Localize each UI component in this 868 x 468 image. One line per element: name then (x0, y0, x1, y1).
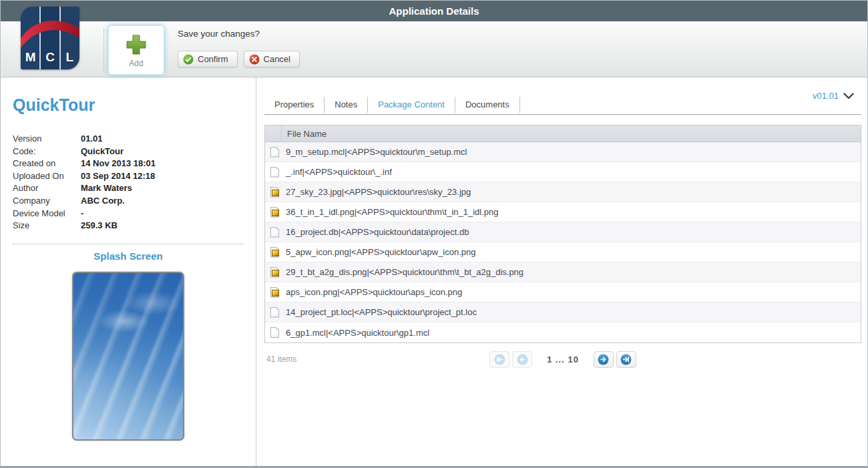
previous-page-icon (517, 354, 528, 365)
file-row[interactable]: 9_m_setup.mcl|<APPS>quicktour\m_setup.mc… (265, 142, 861, 162)
detail-label: Created on (13, 158, 81, 170)
file-row[interactable]: 14_project_pt.loc|<APPS>quicktour\projec… (265, 302, 861, 322)
title-bar: Application Details (1, 1, 867, 21)
file-row[interactable]: 36_t_in_1_idl.png|<APPS>quicktour\thm\t_… (265, 202, 861, 222)
application-summary-panel: QuickTour Version01.01Code:QuickTourCrea… (1, 77, 256, 467)
detail-value: 01.01 (81, 133, 103, 146)
tab-notes[interactable]: Notes (324, 95, 367, 114)
content-area: QuickTour Version01.01Code:QuickTourCrea… (1, 77, 867, 467)
previous-page-button[interactable] (512, 351, 532, 368)
image-file-icon (270, 287, 279, 298)
document-file-icon (270, 147, 279, 158)
version-selector[interactable]: v01.01 (813, 91, 854, 101)
splash-screen-image (72, 272, 184, 441)
logo-letter: L (60, 50, 79, 65)
last-page-icon (620, 354, 632, 365)
cancel-x-icon (249, 54, 260, 65)
document-file-icon (270, 227, 279, 238)
tab-documents[interactable]: Documents (455, 95, 519, 114)
next-page-icon (598, 354, 609, 365)
detail-value: 03 Sep 2014 12:18 (81, 170, 155, 183)
detail-value: Mark Waters (81, 182, 132, 195)
file-row[interactable]: 5_apw_icon.png|<APPS>quicktour\apw_icon.… (265, 242, 861, 262)
table-body: 9_m_setup.mcl|<APPS>quicktour\m_setup.mc… (265, 142, 861, 342)
items-count: 41 items (266, 355, 296, 364)
tab-properties[interactable]: Properties (264, 95, 324, 114)
application-details-window: Application Details MCL Add (0, 0, 868, 468)
file-row[interactable]: 16_project.db|<APPS>quicktour\data\proje… (265, 222, 861, 242)
file-name-text: 29_t_bt_a2g_dis.png|<APPS>quicktour\thm\… (286, 267, 523, 277)
details-list: Version01.01Code:QuickTourCreated on14 N… (13, 133, 244, 232)
tab-bar: PropertiesNotesPackage ContentDocuments (264, 95, 861, 115)
detail-row: CompanyABC Corp. (13, 195, 244, 208)
detail-row: Size259.3 KB (13, 220, 244, 232)
detail-label: Size (13, 220, 81, 232)
detail-row: Version01.01 (13, 133, 244, 146)
mcl-logo: MCL (21, 7, 79, 69)
confirm-button-label: Confirm (198, 54, 228, 64)
table-header-row: File Name (265, 126, 861, 142)
image-file-icon (270, 267, 279, 278)
image-file-icon (270, 247, 279, 258)
section-separator (13, 244, 244, 244)
document-file-icon (270, 167, 279, 178)
cancel-button-label: Cancel (264, 54, 290, 64)
file-row[interactable]: aps_icon.png|<APPS>quicktour\aps_icon.pn… (265, 282, 861, 302)
detail-label: Uploaded On (13, 170, 81, 183)
application-name: QuickTour (13, 95, 244, 115)
detail-label: Device Model (13, 208, 81, 220)
file-name-text: 9_m_setup.mcl|<APPS>quicktour\m_setup.mc… (286, 147, 467, 157)
page-title: Application Details (389, 5, 479, 17)
detail-label: Code: (13, 146, 81, 158)
image-file-icon (270, 207, 279, 218)
detail-row: Device Model- (13, 208, 244, 220)
file-row[interactable]: 27_sky_23.jpg|<APPS>quicktour\res\sky_23… (265, 182, 861, 202)
file-name-text: 6_gp1.mcl|<APPS>quicktour\gp1.mcl (286, 328, 429, 338)
next-page-button[interactable] (594, 351, 614, 368)
image-file-icon (270, 187, 279, 198)
tab-package-content[interactable]: Package Content (368, 95, 455, 114)
tab-separator (519, 97, 520, 113)
document-file-icon (270, 327, 279, 338)
header-toolbar: MCL Add Save your changes? (1, 21, 867, 77)
file-name-text: aps_icon.png|<APPS>quicktour\aps_icon.pn… (286, 287, 462, 297)
save-prompt-text: Save your changes? (178, 29, 300, 39)
logo-letters: MCL (21, 50, 79, 65)
detail-row: Code:QuickTour (13, 146, 244, 158)
file-name-text: _.inf|<APPS>quicktour\_.inf (286, 167, 392, 177)
detail-value: 259.3 KB (81, 220, 118, 232)
confirm-button[interactable]: Confirm (178, 51, 238, 67)
file-name-text: 27_sky_23.jpg|<APPS>quicktour\res\sky_23… (286, 187, 471, 197)
toolbar-separator (103, 29, 104, 72)
chevron-down-icon (843, 93, 854, 99)
detail-row: Uploaded On03 Sep 2014 12:18 (13, 170, 244, 183)
detail-label: Author (13, 182, 81, 195)
add-plus-icon (124, 33, 148, 57)
splash-screen-heading: Splash Screen (13, 250, 244, 262)
file-row[interactable]: 6_gp1.mcl|<APPS>quicktour\gp1.mcl (265, 322, 861, 342)
document-file-icon (270, 307, 279, 318)
file-name-column-header[interactable]: File Name (282, 129, 327, 139)
confirm-check-icon (183, 54, 194, 65)
detail-value: ABC Corp. (81, 195, 125, 208)
version-selector-label: v01.01 (813, 91, 839, 101)
pagination-bar: 41 items 1 ... 10 (264, 349, 861, 369)
first-page-icon (494, 354, 505, 365)
file-row[interactable]: _.inf|<APPS>quicktour\_.inf (265, 162, 861, 182)
cancel-button[interactable]: Cancel (244, 51, 300, 67)
page-range: 1 ... 10 (547, 355, 579, 365)
last-page-button[interactable] (616, 351, 636, 368)
file-name-text: 36_t_in_1_idl.png|<APPS>quicktour\thm\t_… (286, 207, 499, 217)
add-button-label: Add (129, 59, 143, 68)
detail-row: Created on14 Nov 2013 18:01 (13, 158, 244, 170)
package-content-table: File Name 9_m_setup.mcl|<APPS>quicktour\… (264, 125, 861, 343)
first-page-button[interactable] (489, 351, 509, 368)
icon-column-header (265, 126, 282, 142)
file-row[interactable]: 29_t_bt_a2g_dis.png|<APPS>quicktour\thm\… (265, 262, 861, 282)
detail-label: Version (13, 133, 81, 146)
add-button[interactable]: Add (108, 25, 164, 75)
detail-value: - (81, 208, 83, 220)
package-detail-panel: v01.01 PropertiesNotesPackage ContentDoc… (256, 77, 867, 467)
logo-letter: C (40, 50, 59, 65)
file-name-text: 16_project.db|<APPS>quicktour\data\proje… (286, 227, 469, 237)
